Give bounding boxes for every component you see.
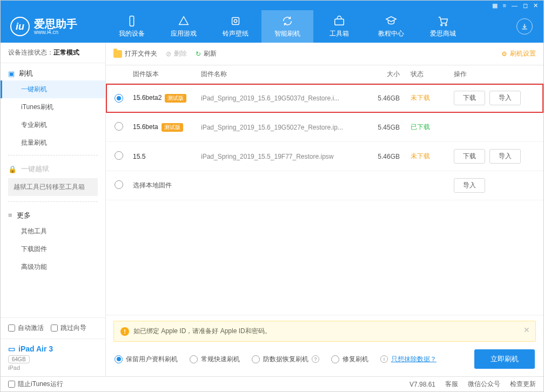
- mode-keep[interactable]: 保留用户资料刷机: [115, 355, 178, 364]
- support-link[interactable]: 客服: [445, 380, 458, 389]
- info-icon[interactable]: ?: [312, 355, 319, 363]
- sidebar-item-pro[interactable]: 专业刷机: [1, 116, 105, 134]
- download-button[interactable]: 下载: [454, 149, 485, 164]
- row-radio[interactable]: [115, 122, 123, 131]
- info-icon[interactable]: i: [380, 355, 388, 363]
- appleid-warning: ! 如已绑定 Apple ID，请准备好 Apple ID和密码。 ✕: [113, 321, 536, 342]
- sidebar-item-adv[interactable]: 高级功能: [1, 258, 105, 276]
- svg-point-5: [441, 24, 442, 25]
- download-button[interactable]: 下载: [454, 91, 485, 105]
- svg-rect-0: [130, 16, 133, 25]
- tab-flash[interactable]: 智能刷机: [261, 10, 313, 43]
- mode-normal[interactable]: 常规快速刷机: [190, 355, 240, 364]
- sidebar-group-jailbreak: 🔒 一键越狱: [1, 159, 105, 176]
- row-radio[interactable]: [115, 94, 123, 103]
- tab-ring[interactable]: 铃声壁纸: [210, 10, 261, 43]
- table-header: 固件版本 固件名称 大小 状态 操作: [106, 65, 543, 84]
- winctrl-close-icon[interactable]: ✕: [533, 2, 538, 9]
- sidebar-item-dlfw[interactable]: 下载固件: [1, 240, 105, 258]
- flash-settings-button[interactable]: ⚙刷机设置: [501, 49, 536, 58]
- flash-now-button[interactable]: 立即刷机: [474, 349, 535, 369]
- mode-radio[interactable]: [252, 355, 260, 363]
- sidebar-item-other[interactable]: 其他工具: [1, 222, 105, 240]
- tab-store[interactable]: 爱思商城: [417, 10, 469, 43]
- download-manager-icon[interactable]: [516, 18, 533, 35]
- radio-local[interactable]: [115, 180, 123, 189]
- winctrl-minimize-icon[interactable]: —: [512, 2, 518, 9]
- store-icon: [437, 15, 449, 27]
- logo-icon: iu: [10, 17, 30, 36]
- beta-tag: 测试版: [162, 123, 183, 132]
- ipad-icon: ▭: [8, 344, 15, 353]
- sidebar-item-oneclick[interactable]: 一键刷机: [1, 80, 105, 98]
- mode-radio[interactable]: [331, 355, 339, 363]
- wechat-link[interactable]: 微信公众号: [468, 380, 500, 389]
- svg-rect-2: [232, 17, 239, 24]
- tab-tutorial[interactable]: 教程中心: [365, 10, 417, 43]
- block-itunes-checkbox[interactable]: 阻止iTunes运行: [8, 380, 63, 389]
- skip-guide-checkbox[interactable]: 跳过向导: [51, 323, 86, 333]
- sidebar-item-batch[interactable]: 批量刷机: [1, 134, 105, 152]
- tutorial-icon: [385, 15, 397, 27]
- svg-point-3: [234, 19, 237, 23]
- toolbar: 打开文件夹 ⊘删除 ↻刷新 ⚙刷机设置: [106, 43, 543, 65]
- content: 打开文件夹 ⊘删除 ↻刷新 ⚙刷机设置 固件版本 固件名称 大小 状态 操作 1…: [106, 43, 543, 376]
- apps-icon: [178, 15, 190, 27]
- sidebar-item-itunes[interactable]: iTunes刷机: [1, 98, 105, 116]
- refresh-button[interactable]: ↻刷新: [196, 49, 217, 58]
- flash-icon: [281, 15, 293, 27]
- header: iu 爱思助手 www.i4.cn 我的设备应用游戏铃声壁纸智能刷机工具箱教程中…: [1, 10, 543, 43]
- storage-badge: 64GB: [8, 355, 30, 363]
- connection-status: 设备连接状态：正常模式: [1, 43, 105, 63]
- svg-rect-4: [335, 19, 344, 25]
- import-local-button[interactable]: 导入: [454, 178, 485, 193]
- logo-title: 爱思助手: [34, 18, 77, 29]
- version-label: V7.98.61: [409, 381, 435, 388]
- firmware-row[interactable]: 15.6beta2测试版 iPad_Spring_2019_15.6_19G50…: [106, 84, 543, 113]
- check-update-link[interactable]: 检查更新: [510, 380, 536, 389]
- beta-tag: 测试版: [165, 94, 186, 103]
- logo: iu 爱思助手 www.i4.cn: [1, 17, 106, 36]
- close-warning-icon[interactable]: ✕: [523, 326, 530, 334]
- tab-tools[interactable]: 工具箱: [313, 10, 365, 43]
- auto-activate-checkbox[interactable]: 自动激活: [8, 323, 44, 333]
- logo-subtitle: www.i4.cn: [34, 29, 77, 35]
- gear-icon: ⚙: [501, 50, 507, 58]
- firmware-row[interactable]: 15.6beta测试版 iPad_Spring_2019_15.6_19G502…: [106, 113, 543, 142]
- winctrl-maximize-icon[interactable]: ◻: [523, 2, 528, 9]
- open-folder-button[interactable]: 打开文件夹: [113, 49, 157, 58]
- tab-device[interactable]: 我的设备: [106, 10, 158, 43]
- jailbreak-note: 越狱工具已转移至工具箱: [8, 178, 98, 196]
- sidebar-options: 自动激活 跳过向导: [1, 317, 105, 339]
- refresh-icon: ↻: [196, 50, 201, 58]
- mode-recover[interactable]: 防数据恢复刷机?: [252, 355, 319, 364]
- sidebar-group-more[interactable]: ≡ 更多: [1, 205, 105, 222]
- tools-icon: [333, 15, 345, 27]
- tab-apps[interactable]: 应用游戏: [158, 10, 210, 43]
- flash-group-icon: ▣: [8, 70, 15, 78]
- device-info[interactable]: ▭iPad Air 3 64GB iPad: [1, 339, 105, 376]
- folder-icon: [113, 50, 122, 58]
- firmware-row[interactable]: 15.5 iPad_Spring_2019_15.5_19F77_Restore…: [106, 142, 543, 171]
- flash-modes: 保留用户资料刷机常规快速刷机防数据恢复刷机?修复刷机i只想抹除数据？立即刷机: [106, 342, 543, 376]
- erase-data-link[interactable]: 只想抹除数据？: [391, 355, 436, 364]
- import-button[interactable]: 导入: [489, 149, 521, 164]
- import-button[interactable]: 导入: [489, 91, 521, 105]
- sidebar: 设备连接状态：正常模式 ▣ 刷机 一键刷机iTunes刷机专业刷机批量刷机 🔒 …: [1, 43, 106, 376]
- footer: 阻止iTunes运行 V7.98.61 客服 微信公众号 检查更新: [1, 376, 543, 391]
- warning-icon: !: [120, 327, 129, 336]
- delete-icon: ⊘: [166, 50, 171, 58]
- mode-radio[interactable]: [115, 355, 123, 363]
- row-radio[interactable]: [115, 151, 123, 160]
- mode-radio[interactable]: [190, 355, 198, 363]
- mode-repair[interactable]: 修复刷机: [331, 355, 368, 364]
- delete-button: ⊘删除: [166, 49, 187, 58]
- nav-tabs: 我的设备应用游戏铃声壁纸智能刷机工具箱教程中心爱思商城: [106, 10, 516, 43]
- sidebar-group-flash[interactable]: ▣ 刷机: [1, 63, 105, 80]
- svg-point-6: [445, 24, 447, 25]
- winctrl-menu-icon[interactable]: ≡: [503, 2, 506, 9]
- ring-icon: [230, 15, 241, 27]
- local-firmware-row[interactable]: 选择本地固件 导入: [106, 171, 543, 200]
- window-controls: ▦ ≡ — ◻ ✕: [1, 1, 543, 10]
- winctrl-grid-icon[interactable]: ▦: [492, 2, 498, 9]
